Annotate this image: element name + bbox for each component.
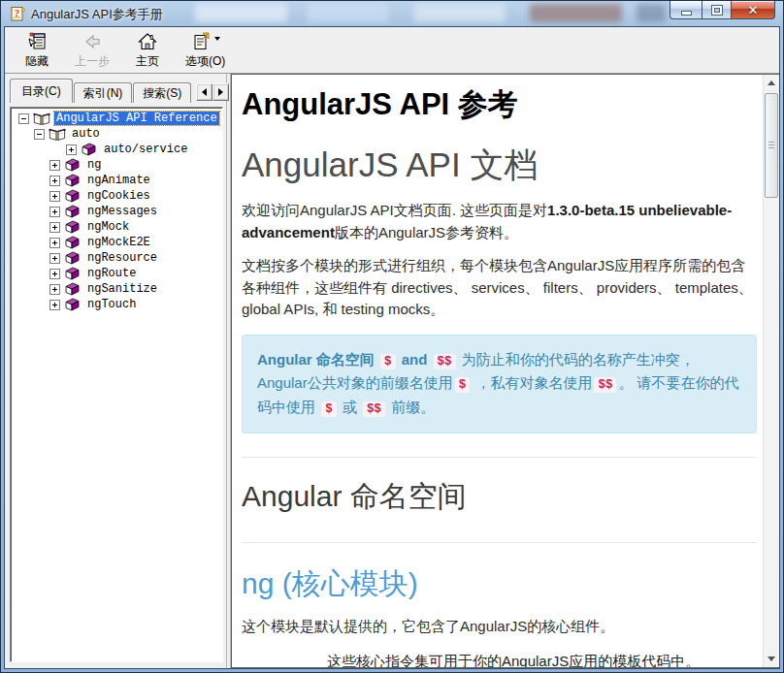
open-book-icon	[33, 112, 50, 126]
client-area: 隐藏 上一步 主页	[5, 27, 779, 668]
code-chip: $$	[434, 354, 456, 369]
tree-item-ngsanitize[interactable]: ngSanitize	[13, 281, 220, 297]
scroll-up-button[interactable]	[764, 75, 779, 91]
tree-item-label[interactable]: ng	[85, 158, 103, 172]
closed-book-icon	[64, 236, 82, 250]
tree-item-angularjs-api-reference[interactable]: AngularJS API Reference	[13, 111, 220, 126]
tree-item-label[interactable]: auto	[70, 127, 102, 141]
tree-item-label[interactable]: ngResource	[85, 251, 159, 265]
tree-item-label[interactable]: auto/service	[102, 143, 189, 156]
minimize-icon	[682, 12, 691, 15]
intro-text: 版本的AngularJS参考资料。	[335, 224, 518, 240]
svg-text:?: ?	[15, 8, 19, 18]
tree-item-label[interactable]: ngRoute	[85, 267, 138, 280]
tree-item-label[interactable]: ngMessages	[85, 205, 159, 218]
expand-toggle-icon[interactable]	[49, 176, 60, 186]
alert-text: 前缀。	[387, 399, 435, 415]
tab-scroll-right-icon	[218, 88, 223, 96]
tab-contents[interactable]: 目录(C)	[10, 79, 73, 103]
expand-toggle-icon[interactable]	[49, 300, 60, 310]
window-title: AngularJS API参考手册	[31, 1, 163, 27]
tab-scroll-right-button[interactable]	[212, 83, 229, 101]
tree-item-ngmessages[interactable]: ngMessages	[13, 204, 220, 219]
tree-item-nganimate[interactable]: ngAnimate	[13, 173, 220, 188]
scrollbar-track[interactable]	[764, 91, 779, 651]
closed-book-icon	[64, 220, 82, 235]
alert-text: 或	[339, 399, 361, 415]
scroll-up-icon	[768, 80, 775, 85]
tree-item-label[interactable]: ngAnimate	[85, 174, 152, 187]
tree-item-ngtouch[interactable]: ngTouch	[13, 297, 220, 312]
scrollbar-thumb[interactable]	[765, 93, 778, 198]
alert-text: ，私有对象名使用	[472, 374, 592, 391]
tab-scroll-left-button[interactable]	[196, 83, 212, 101]
home-icon	[137, 31, 158, 52]
modules-paragraph: 文档按多个模块的形式进行组织，每个模块包含AngularJS应用程序所需的包含各…	[242, 255, 757, 321]
vertical-scrollbar[interactable]	[763, 75, 779, 667]
glass-reflection	[637, 4, 666, 22]
alert-text: and	[398, 351, 432, 368]
page-title: AngularJS API 文档	[242, 143, 757, 188]
tree-item-ngroute[interactable]: ngRoute	[13, 266, 220, 281]
glass-reflection	[307, 4, 389, 22]
directives-link[interactable]: Directives	[242, 651, 327, 667]
tree-item-ngresource[interactable]: ngResource	[13, 250, 220, 266]
expand-toggle-icon[interactable]	[49, 238, 60, 248]
alert-text: Angular 命名空间	[257, 351, 378, 368]
toolbar: 隐藏 上一步 主页	[5, 27, 779, 73]
section-divider	[242, 542, 757, 543]
tree-item-ngmock[interactable]: ngMock	[13, 219, 220, 235]
scroll-down-button[interactable]	[764, 651, 779, 667]
home-button[interactable]: 主页	[123, 28, 172, 73]
tab-search[interactable]: 搜索(S)	[133, 82, 191, 103]
content-panel: AngularJS API 参考 AngularJS API 文档 欢迎访问An…	[231, 74, 779, 668]
closed-book-icon	[64, 189, 82, 204]
options-dropdown-icon	[214, 37, 220, 41]
scroll-down-icon	[768, 657, 775, 661]
close-icon: ✕	[748, 4, 759, 16]
maximize-icon	[712, 6, 722, 15]
expand-toggle-icon[interactable]	[49, 269, 60, 279]
namespace-heading: Angular 命名空间	[242, 477, 757, 517]
tree-item-label[interactable]: ngSanitize	[85, 282, 159, 296]
expand-toggle-icon[interactable]	[49, 207, 60, 217]
tree-item-label[interactable]: ngCookies	[85, 189, 152, 203]
options-button[interactable]: 选项(O)	[178, 28, 233, 73]
toc-tree: AngularJS API Referenceautoauto/servicen…	[10, 107, 223, 662]
expand-toggle-icon[interactable]	[49, 253, 60, 264]
tree-item-auto[interactable]: auto	[13, 126, 220, 142]
collapse-toggle-icon[interactable]	[34, 129, 45, 140]
expand-toggle-icon[interactable]	[49, 222, 60, 233]
minimize-button[interactable]	[670, 1, 702, 19]
closed-book-icon	[64, 205, 82, 219]
expand-toggle-icon[interactable]	[66, 144, 77, 155]
code-chip: $$	[594, 377, 616, 393]
expand-toggle-icon[interactable]	[49, 160, 60, 171]
code-chip: $	[455, 377, 471, 393]
directives-description: 这些核心指令集可用于你的AngularJS应用的模板代码中。 例如: ngCli…	[327, 651, 757, 667]
hide-button[interactable]: 隐藏	[13, 28, 61, 73]
navigation-panel: 目录(C) 索引(N) 搜索(S) AngularJS API Referenc…	[5, 74, 226, 668]
expand-toggle-icon[interactable]	[49, 284, 60, 295]
ng-module-heading[interactable]: ng (核心模块)	[242, 564, 757, 604]
tree-item-label[interactable]: AngularJS API Reference	[54, 112, 219, 125]
tree-item-ngcookies[interactable]: ngCookies	[13, 188, 220, 204]
maximize-button[interactable]	[702, 1, 732, 19]
tree-item-label[interactable]: ngMockE2E	[85, 236, 152, 249]
hide-panel-icon	[26, 31, 48, 52]
tree-item-auto-service[interactable]: auto/service	[13, 142, 220, 157]
back-button[interactable]: 上一步	[67, 28, 117, 73]
tree-item-ngmocke2e[interactable]: ngMockE2E	[13, 235, 220, 250]
doc-title: AngularJS API 参考	[242, 84, 757, 125]
tree-item-label[interactable]: ngTouch	[85, 298, 138, 311]
close-button[interactable]: ✕	[732, 1, 775, 19]
tree-item-label[interactable]: ngMock	[85, 220, 131, 234]
options-icon	[191, 31, 212, 52]
collapse-toggle-icon[interactable]	[18, 113, 29, 124]
back-arrow-icon	[82, 31, 103, 52]
main-split: 目录(C) 索引(N) 搜索(S) AngularJS API Referenc…	[5, 73, 779, 668]
closed-book-icon	[64, 158, 82, 173]
tree-item-ng[interactable]: ng	[13, 157, 220, 173]
tab-index[interactable]: 索引(N)	[74, 82, 133, 103]
expand-toggle-icon[interactable]	[49, 191, 60, 202]
